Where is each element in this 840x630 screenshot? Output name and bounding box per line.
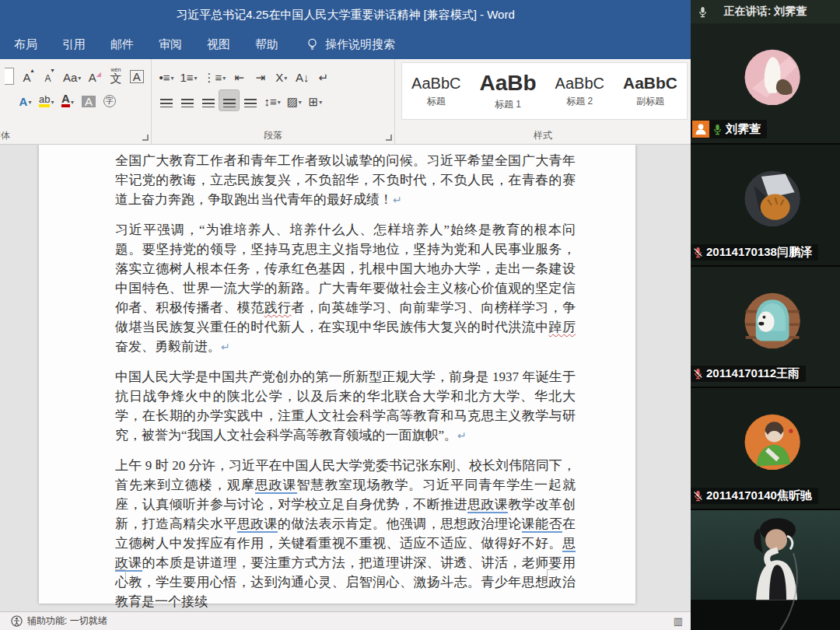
phonetic-guide-button[interactable]: 文: [106, 66, 125, 86]
ribbon: A▴A▾Aa▾A文A A▾ab▾A▾A字 字体 •≡▾1≡▾⋮≡▾⇤⇥X▾A↓↵…: [0, 59, 691, 145]
character-border-button[interactable]: A: [127, 66, 146, 86]
tell-me-search[interactable]: 操作说明搜索: [306, 37, 395, 52]
participant-name-label: 20114170138闫鹏泽: [691, 244, 818, 261]
numbering-icon: 1≡: [180, 72, 193, 83]
paragraph: 中国人民大学是中国共产党创办的第一所新型正规大学，前身是 1937 年诞生于抗日…: [115, 367, 576, 446]
grammar-flagged-text: 思政课: [255, 478, 297, 494]
increase-indent-button[interactable]: ⇥: [250, 66, 270, 86]
numbering-button[interactable]: 1≡▾: [177, 66, 199, 86]
participant-name: 刘霁萱: [726, 122, 761, 137]
decrease-indent-button[interactable]: ⇤: [229, 66, 249, 86]
style-标题 1[interactable]: AaBb标题 1: [470, 69, 545, 113]
participant-name: 20114170138闫鹏泽: [706, 245, 812, 260]
enclose-characters-button[interactable]: 字: [100, 90, 119, 110]
dropdown-arrow-icon: ▾: [222, 75, 226, 82]
text-highlight-button[interactable]: ab▾: [37, 90, 56, 110]
screen: 习近平总书记4.25在中国人民大学重要讲话精神 [兼容模式] - Word 布局…: [0, 0, 840, 630]
style-标题 2[interactable]: AaBbC标题 2: [546, 73, 614, 110]
multilevel-list-icon: ⋮≡: [204, 72, 222, 83]
multilevel-list-button[interactable]: ⋮≡▾: [201, 66, 229, 86]
grammar-flagged-text: 课能否: [522, 516, 562, 533]
align-right-button[interactable]: [198, 90, 218, 110]
ribbon-tab[interactable]: 布局: [2, 37, 50, 52]
text-effects-button[interactable]: A▾: [16, 90, 35, 110]
participant-name-label: 20114170140焦昕驰: [691, 488, 818, 504]
ribbon-tab[interactable]: 视图: [194, 37, 243, 52]
live-video-feed: [691, 510, 840, 630]
spelling-flagged-text: 踔厉: [549, 320, 576, 334]
clear-formatting-icon: A: [89, 72, 101, 83]
font-size-input[interactable]: [5, 68, 14, 85]
dropdown-arrow-icon: ▾: [170, 75, 173, 82]
character-shading-icon: A: [82, 96, 96, 107]
bullets-icon: •≡: [159, 72, 170, 83]
style-name: 标题: [427, 95, 446, 108]
change-case-icon: Aa: [63, 72, 77, 83]
dropdown-arrow-icon: ▾: [284, 75, 287, 82]
participant-tile[interactable]: 20114170140焦昕驰: [691, 387, 840, 508]
font-color-button[interactable]: A▾: [58, 90, 77, 110]
dropdown-arrow-icon: ▾: [51, 100, 54, 106]
participant-tile[interactable]: [691, 509, 840, 630]
participant-name: 20114170112王雨: [706, 366, 800, 381]
change-case-button[interactable]: Aa▾: [61, 66, 83, 86]
window-title: 习近平总书记4.25在中国人民大学重要讲话精神 [兼容模式] - Word: [176, 8, 515, 23]
participant-name-label: 20114170112王雨: [691, 366, 806, 382]
mic-muted-icon: [692, 368, 704, 380]
sort-button[interactable]: A↓: [292, 66, 312, 86]
enclose-characters-icon: 字: [103, 95, 116, 107]
show-hide-marks-button[interactable]: ↵: [313, 66, 333, 86]
grow-font-icon: A: [23, 72, 30, 83]
ribbon-tab[interactable]: 帮助: [243, 37, 291, 52]
ribbon-tabs-row: 布局引用邮件审阅视图帮助 操作说明搜索: [0, 30, 691, 59]
dropdown-arrow-icon: ▾: [28, 100, 31, 106]
grow-font-button[interactable]: A▴: [19, 66, 38, 86]
grammar-flagged-text: 思政课: [467, 497, 508, 513]
dropdown-arrow-icon: ▾: [78, 75, 81, 82]
style-副标题[interactable]: AaBbC副标题: [614, 72, 687, 110]
style-name: 标题 1: [495, 98, 521, 111]
borders-icon: ⊞: [309, 96, 319, 107]
font-dialog-launcher-icon[interactable]: [142, 135, 149, 141]
participant-tile[interactable]: 刘霁萱: [691, 23, 840, 143]
text-highlight-icon: ab: [39, 94, 50, 107]
view-mode-icon[interactable]: ▥: [674, 615, 683, 627]
justify-button[interactable]: [219, 90, 239, 110]
align-left-icon: [160, 99, 173, 107]
participant-tile[interactable]: 20114170112王雨: [691, 265, 840, 387]
mic-muted-icon: [692, 490, 704, 502]
dropdown-arrow-icon: ▾: [278, 100, 281, 106]
character-shading-button[interactable]: A: [79, 90, 98, 110]
paragraph-mark: ↵: [393, 194, 402, 206]
paragraph-dialog-launcher-icon[interactable]: [386, 135, 392, 141]
shrink-font-icon: A: [44, 74, 51, 83]
font-group-label: 字体: [0, 129, 23, 142]
ribbon-tab[interactable]: 邮件: [98, 37, 146, 52]
style-sample: AaBbC: [623, 74, 677, 93]
style-sample: AaBb: [479, 71, 536, 96]
paragraph-group: •≡▾1≡▾⋮≡▾⇤⇥X▾A↓↵ ↕≡▾▨▾⊞▾ 段落: [152, 59, 395, 144]
bullets-button[interactable]: •≡▾: [156, 66, 176, 86]
align-left-button[interactable]: [156, 90, 176, 110]
shading-button[interactable]: ▨▾: [285, 90, 304, 110]
document-area: 全国广大教育工作者和青年工作者致以诚挚的问候。习近平希望全国广大青年牢记党的教诲…: [0, 145, 691, 611]
line-spacing-button[interactable]: ↕≡▾: [261, 90, 282, 110]
document-page[interactable]: 全国广大教育工作者和青年工作者致以诚挚的问候。习近平希望全国广大青年牢记党的教诲…: [39, 145, 635, 604]
clear-formatting-button[interactable]: A: [85, 66, 104, 86]
style-标题[interactable]: AaBbC标题: [402, 73, 470, 110]
ribbon-tab[interactable]: 审阅: [146, 37, 194, 52]
align-center-icon: [181, 99, 194, 107]
borders-button[interactable]: ⊞▾: [306, 90, 325, 110]
asian-layout-button[interactable]: X▾: [271, 66, 291, 86]
shrink-font-button[interactable]: A▾: [40, 66, 59, 86]
ribbon-tab[interactable]: 引用: [50, 37, 98, 52]
dropdown-arrow-icon: ▾: [71, 100, 74, 106]
distributed-button[interactable]: [240, 90, 260, 110]
mic-muted-icon: [692, 247, 704, 258]
phonetic-guide-icon: 文: [110, 72, 121, 84]
grammar-flagged-text: 思政课: [237, 516, 278, 533]
shading-icon: ▨: [287, 96, 298, 107]
orange-cat-avatar: [743, 170, 802, 229]
align-center-button[interactable]: [177, 90, 197, 110]
participant-tile[interactable]: 20114170138闫鹏泽: [691, 143, 840, 264]
